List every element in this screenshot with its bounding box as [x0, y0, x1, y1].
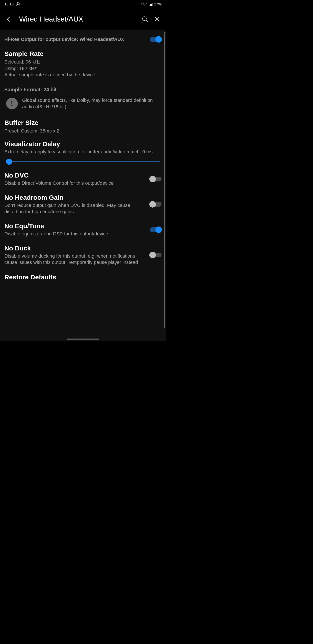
warning-icon: !: [6, 98, 18, 110]
sample-rate-using: Using: 192 kHz: [4, 65, 162, 72]
settings-content: Hi-Res Output for output device: Wired H…: [0, 30, 166, 341]
search-icon: [142, 16, 148, 22]
back-button[interactable]: [2, 13, 15, 25]
scrollbar[interactable]: [164, 32, 165, 328]
visualizator-delay-title: Visualizator Delay: [4, 140, 162, 148]
close-icon: [154, 16, 160, 22]
hires-output-row[interactable]: Hi-Res Output for output device: Wired H…: [4, 34, 162, 47]
sample-rate-note: Actual sample rate is defined by the dev…: [4, 72, 162, 78]
visualizator-delay-slider[interactable]: [6, 161, 160, 162]
visualizator-delay-row[interactable]: Visualizator Delay Extra delay to apply …: [4, 137, 162, 169]
page-title: Wired Headset/AUX: [19, 15, 139, 23]
no-equ-toggle[interactable]: [150, 227, 162, 232]
close-button[interactable]: [151, 13, 163, 25]
no-duck-sub: Disable volume ducking for this output, …: [4, 253, 146, 266]
sample-rate-selected: Selected: 96 kHz: [4, 59, 162, 65]
no-duck-row[interactable]: No Duck Disable volume ducking for this …: [4, 242, 162, 270]
gesture-handle[interactable]: [67, 338, 99, 340]
hires-output-label: Hi-Res Output for output device: Wired H…: [4, 36, 146, 42]
no-duck-title: No Duck: [4, 244, 146, 252]
hires-output-toggle[interactable]: [150, 37, 162, 42]
sample-rate-title: Sample Rate: [4, 50, 162, 58]
play-indicator-icon: [16, 2, 20, 6]
dolby-warning-row: ! Global sound effects, like Dolby, may …: [4, 94, 162, 116]
no-dvc-sub: Disable Direct Volume Control for this o…: [4, 180, 146, 186]
buffer-size-sub: Preset: Custom, 35ms x 2: [4, 128, 162, 134]
slider-thumb[interactable]: [6, 158, 12, 165]
search-button[interactable]: [139, 13, 151, 25]
chevron-left-icon: [6, 16, 12, 22]
sample-format-row[interactable]: Sample Format: 24 bit: [4, 81, 162, 94]
no-headroom-sub: Don't reduce output gain when DVC is dis…: [4, 202, 146, 215]
status-time: 13:13: [4, 2, 14, 6]
no-headroom-title: No Headroom Gain: [4, 194, 146, 201]
no-equ-sub: Disable equalizer/tone DSP for this outp…: [4, 230, 146, 237]
no-equ-title: No Equ/Tone: [4, 222, 146, 230]
no-duck-toggle[interactable]: [150, 252, 162, 258]
no-equ-row[interactable]: No Equ/Tone Disable equalizer/tone DSP f…: [4, 220, 162, 242]
restore-defaults-row[interactable]: Restore Defaults: [4, 270, 162, 281]
no-dvc-title: No DVC: [4, 172, 146, 179]
buffer-size-title: Buffer Size: [4, 119, 162, 126]
no-headroom-toggle[interactable]: [150, 202, 162, 207]
no-headroom-row[interactable]: No Headroom Gain Don't reduce output gai…: [4, 191, 162, 220]
no-dvc-row[interactable]: No DVC Disable Direct Volume Control for…: [4, 169, 162, 191]
buffer-size-row[interactable]: Buffer Size Preset: Custom, 35ms x 2: [4, 116, 162, 137]
restore-defaults-title: Restore Defaults: [4, 274, 162, 281]
dolby-warning-text: Global sound effects, like Dolby, may fo…: [22, 97, 162, 110]
battery-percentage: 37%: [154, 2, 162, 6]
signal-icon: [150, 3, 153, 6]
sample-rate-row[interactable]: Sample Rate Selected: 96 kHz Using: 192 …: [4, 47, 162, 81]
svg-line-1: [146, 20, 148, 22]
network-indicator: Vo)) LTE LTE1 ↓↑: [141, 2, 148, 6]
status-bar: 13:13 Vo)) LTE LTE1 ↓↑ 37%: [0, 0, 166, 9]
visualizator-delay-sub: Extra delay to apply to visualization fo…: [4, 148, 162, 155]
no-dvc-toggle[interactable]: [150, 177, 162, 182]
app-bar: Wired Headset/AUX: [0, 9, 166, 30]
